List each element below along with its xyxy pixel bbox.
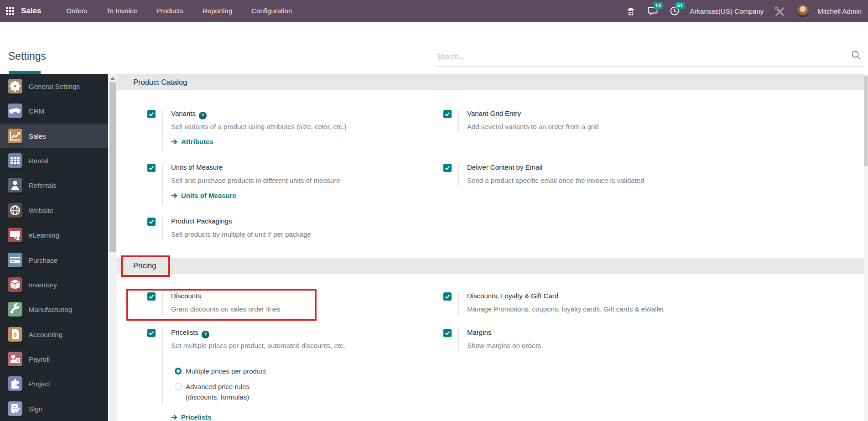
handshake-icon: [8, 104, 22, 118]
setting-description: Sell products by multiple of unit # per …: [171, 230, 311, 238]
sidebar-item-label: Project: [29, 380, 50, 388]
cell-separator: [162, 109, 163, 151]
sidebar-item-inventory[interactable]: Inventory: [0, 272, 108, 297]
sidebar-item-payroll[interactable]: $Payroll: [0, 347, 108, 371]
checkbox-deliver-content-by-email[interactable]: [443, 164, 452, 172]
globe-icon: [8, 203, 22, 218]
sidebar-item-label: Sign: [29, 405, 42, 413]
sidebar-item-project[interactable]: Project: [0, 371, 108, 396]
help-icon[interactable]: ?: [202, 331, 209, 338]
person-money-icon: $: [8, 352, 22, 366]
tools-icon[interactable]: [774, 5, 785, 16]
checkbox-pricelists[interactable]: [147, 329, 156, 337]
sidebar-item-referrals[interactable]: Referrals: [0, 173, 108, 198]
sidebar-scrollbar: [109, 74, 117, 421]
user-avatar[interactable]: [796, 5, 809, 17]
sidebar-item-label: Referrals: [29, 182, 57, 189]
link-variants[interactable]: Attributes: [171, 138, 213, 146]
checkbox-discounts-loyalty-gift-card[interactable]: [443, 292, 452, 301]
checkbox-units-of-measure[interactable]: [147, 164, 156, 172]
checkbox-variant-grid-entry[interactable]: [443, 110, 452, 118]
search-underline: [436, 66, 864, 67]
nav-menu-configuration[interactable]: Configuration: [242, 0, 301, 22]
magnifier-icon[interactable]: [851, 50, 861, 60]
sidebar-item-label: General Settings: [29, 83, 80, 90]
puzzle-icon: [8, 376, 22, 391]
checkbox-product-packagings[interactable]: [147, 218, 156, 226]
nav-menu-to-invoice[interactable]: To Invoice: [97, 0, 147, 22]
setting-description: Manage Promotions, coupons, loyalty card…: [467, 305, 664, 313]
board-icon: [8, 228, 22, 242]
sidebar-item-label: Payroll: [29, 355, 50, 363]
setting-description: Add several variants to an order from a …: [467, 123, 598, 130]
nav-menu-reporting[interactable]: Reporting: [193, 0, 242, 22]
section-title: Pricing: [133, 261, 156, 270]
sidebar-item-label: Sales: [29, 132, 46, 140]
voip-phone-icon[interactable]: [625, 5, 636, 16]
setting-label: Variant Grid Entry: [467, 109, 521, 117]
radio-dot: [175, 368, 182, 374]
setting-description: Send a product-specific email once the i…: [467, 177, 645, 184]
company-switcher[interactable]: Arkansas(US) Company: [690, 7, 764, 15]
sidebar-item-label: Rental: [29, 157, 48, 165]
setting-description: Show margins on orders: [467, 342, 541, 349]
navbar-right: 13 51 Arkansas(US) Company: [620, 0, 866, 22]
gear-icon: [8, 79, 22, 94]
sidebar-item-manufacturing[interactable]: Manufacturing: [0, 297, 108, 322]
page-scrollbar-thumb[interactable]: [864, 76, 868, 166]
nav-menu-orders[interactable]: Orders: [57, 0, 97, 22]
sidebar-item-label: Website: [29, 207, 53, 214]
cell-separator: [162, 163, 163, 205]
wrench-icon: [8, 302, 22, 317]
setting-label: Product Packagings: [171, 217, 232, 225]
odoo-sales-settings-page: Sales OrdersTo InvoiceProductsReportingC…: [0, 0, 868, 421]
user-name[interactable]: Mitchell Admin: [817, 7, 862, 15]
help-icon[interactable]: ?: [199, 112, 207, 120]
setting-label: Deliver Content by Email: [467, 163, 542, 171]
apps-grid-icon[interactable]: [5, 6, 15, 16]
sidebar-item-sales[interactable]: Sales: [0, 124, 108, 148]
setting-label: Discounts: [171, 292, 201, 300]
scrollbar-thumb[interactable]: [109, 82, 116, 252]
chat-icon[interactable]: 13: [647, 5, 658, 16]
app-title[interactable]: Sales: [21, 6, 41, 16]
doc-dollar-icon: $: [8, 327, 22, 342]
link-pricelists[interactable]: Pricelists: [171, 413, 212, 421]
nav-menu-products[interactable]: Products: [147, 0, 193, 22]
sidebar-item-purchase[interactable]: Purchase: [0, 248, 108, 272]
page-title: Settings: [8, 50, 46, 62]
radio-sublabel: (discounts, formulas): [186, 393, 249, 401]
setting-label: Variants?: [171, 109, 207, 120]
radio-pricelists-1[interactable]: Advanced price rules: [175, 383, 249, 390]
sidebar-item-label: Purchase: [29, 256, 57, 264]
setting-description: Sell variants of a product using attribu…: [171, 123, 346, 130]
activity-clock-icon[interactable]: 51: [669, 5, 680, 16]
search-input[interactable]: [436, 49, 848, 63]
checkbox-variants[interactable]: [147, 110, 156, 118]
sidebar-item-label: eLearning: [29, 231, 59, 239]
checkbox-discounts[interactable]: [147, 292, 156, 301]
sidebar-item-label: CRM: [29, 107, 44, 115]
radio-label: Advanced price rules: [186, 383, 249, 390]
sidebar-item-crm[interactable]: CRM: [0, 99, 108, 123]
setting-label: Pricelists?: [171, 328, 209, 338]
table-icon: [8, 153, 22, 168]
sidebar-item-label: Manufacturing: [29, 306, 72, 313]
nav-menus: OrdersTo InvoiceProductsReportingConfigu…: [57, 0, 301, 22]
settings-content: Product Catalog Pricing Variants?Sell va…: [117, 74, 865, 421]
cell-separator: [162, 217, 163, 240]
sidebar-item-sign[interactable]: Sign: [0, 396, 108, 421]
cell-separator: [458, 109, 459, 132]
sidebar-item-general-settings[interactable]: General Settings: [0, 74, 108, 99]
sidebar-item-website[interactable]: Website: [0, 198, 108, 223]
scrollbar-up-arrow[interactable]: [110, 77, 115, 80]
activity-badge: 51: [676, 2, 685, 9]
setting-description: Sell and purchase products in different …: [171, 177, 340, 184]
sidebar-item-accounting[interactable]: $Accounting: [0, 322, 108, 347]
sidebar-item-elearning[interactable]: eLearning: [0, 223, 108, 247]
checkbox-margins[interactable]: [443, 329, 452, 337]
section-bar-pricing: Pricing: [117, 258, 865, 274]
radio-pricelists-0[interactable]: Multiple prices per product: [175, 367, 266, 375]
link-units-of-measure[interactable]: Units of Measure: [171, 192, 236, 199]
sidebar-item-rental[interactable]: Rental: [0, 148, 108, 173]
